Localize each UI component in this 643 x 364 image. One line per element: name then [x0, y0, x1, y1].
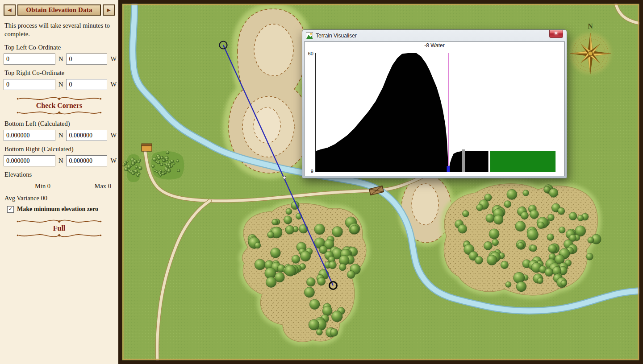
- svg-text:60: 60: [308, 51, 313, 56]
- next-arrow-icon: ▶: [107, 7, 110, 13]
- top-left-coordinate-row: N W: [4, 54, 115, 65]
- elevation-sidebar: ◀ Obtain Elevation Data ▶ This process w…: [0, 0, 118, 364]
- check-corners-label: Check Corners: [36, 102, 83, 110]
- hill-contours-north: [229, 9, 310, 173]
- check-icon: ✓: [8, 206, 13, 212]
- panel-title: Obtain Elevation Data: [17, 4, 101, 16]
- terrain-profile-chart[interactable]: 60-9: [305, 50, 564, 175]
- max-elevation-value: Max 0: [95, 182, 111, 190]
- avg-variance-value: Avg Variance 00: [4, 194, 114, 202]
- terrain-visualiser-icon: [306, 32, 313, 39]
- chart-title: -8 Water: [305, 42, 564, 50]
- top-left-n-input[interactable]: [4, 54, 55, 65]
- north-unit-label: N: [58, 55, 63, 63]
- make-min-zero-row: ✓ Make minimum elevation zero: [7, 206, 115, 213]
- west-unit-label: W: [110, 55, 117, 63]
- top-right-n-input[interactable]: [4, 79, 55, 90]
- bottom-right-w-input[interactable]: [66, 155, 107, 166]
- forest-east: [444, 184, 601, 295]
- elevation-minmax-row: Min 0 Max 0: [4, 182, 115, 190]
- terrain-visualiser-window: Terrain Visualiser ✕ -8 Water 60-9: [302, 29, 567, 178]
- bottom-right-row: N W: [4, 155, 115, 166]
- top-right-w-input[interactable]: [66, 79, 107, 90]
- next-page-button[interactable]: ▶: [103, 4, 115, 16]
- bottom-right-n-input[interactable]: [4, 155, 55, 166]
- check-corners-button[interactable]: Check Corners: [4, 96, 115, 116]
- elevations-label: Elevations: [4, 171, 114, 178]
- top-left-w-input[interactable]: [66, 54, 107, 65]
- top-left-coordinate-label: Top Left Co-Ordinate: [4, 44, 114, 51]
- bottom-left-n-input[interactable]: [4, 130, 55, 141]
- make-min-zero-label: Make minimum elevation zero: [17, 206, 98, 213]
- visualiser-body: -8 Water 60-9: [304, 41, 565, 176]
- top-right-coordinate-label: Top Right Co-Ordinate: [4, 69, 114, 77]
- compass-north-label: N: [588, 22, 593, 30]
- flourish-ornament: [13, 219, 105, 224]
- bottom-left-w-input[interactable]: [66, 130, 107, 141]
- prev-arrow-icon: ◀: [8, 7, 11, 13]
- full-label: Full: [53, 224, 66, 232]
- west-unit-label: W: [110, 132, 117, 139]
- bottom-right-label: Bottom Right (Calculated): [4, 145, 114, 153]
- prev-page-button[interactable]: ◀: [4, 4, 16, 16]
- profile-cursor-dot: [283, 176, 286, 179]
- top-right-coordinate-row: N W: [4, 79, 115, 90]
- bottom-left-row: N W: [4, 130, 115, 141]
- north-unit-label: N: [58, 81, 63, 88]
- window-titlebar[interactable]: Terrain Visualiser ✕: [302, 30, 567, 41]
- bottom-left-label: Bottom Left (Calculated): [4, 120, 114, 128]
- north-unit-label: N: [58, 157, 63, 165]
- window-title: Terrain Visualiser: [316, 33, 357, 39]
- intro-text: This process will take several minutes t…: [4, 21, 114, 38]
- map-application: ◀ Obtain Elevation Data ▶ This process w…: [0, 0, 643, 364]
- svg-text:-9: -9: [309, 169, 313, 174]
- close-icon: ✕: [554, 31, 558, 36]
- min-elevation-value: Min 0: [35, 182, 50, 190]
- flourish-ornament: [13, 110, 105, 116]
- make-min-zero-checkbox[interactable]: ✓: [7, 206, 14, 213]
- full-button[interactable]: Full: [4, 219, 115, 238]
- west-unit-label: W: [110, 81, 117, 88]
- close-button[interactable]: ✕: [549, 30, 563, 38]
- north-unit-label: N: [58, 132, 63, 139]
- flourish-ornament: [13, 96, 105, 102]
- house-icon: [142, 144, 152, 151]
- sidebar-header: ◀ Obtain Elevation Data ▶: [4, 4, 115, 16]
- flourish-ornament: [13, 232, 105, 238]
- west-unit-label: W: [110, 157, 117, 165]
